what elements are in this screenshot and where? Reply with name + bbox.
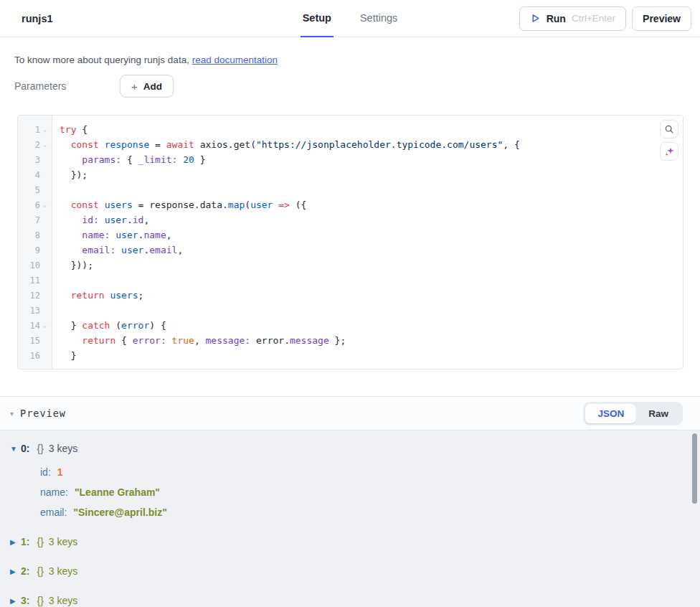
- code-token: response.data.: [149, 199, 228, 210]
- fold-chevron-icon[interactable]: ⌄: [40, 202, 49, 208]
- preview-section-label: Preview: [20, 408, 66, 419]
- expand-node-icon[interactable]: ▶: [10, 538, 21, 546]
- code-token: true: [172, 335, 194, 346]
- toggle-json[interactable]: JSON: [585, 404, 636, 423]
- code-token: [60, 199, 71, 210]
- code-token: ({: [290, 199, 306, 210]
- line-number-text: 6: [23, 200, 40, 210]
- expand-node-icon[interactable]: ▶: [10, 568, 21, 575]
- preview-button[interactable]: Preview: [632, 6, 691, 31]
- code-line[interactable]: });: [60, 167, 683, 182]
- code-token: await: [166, 139, 194, 150]
- editor-code[interactable]: try { const response = await axios.get("…: [52, 116, 683, 369]
- code-line[interactable]: email: user.email,: [60, 243, 683, 258]
- code-token: return: [71, 290, 105, 301]
- code-token: 20: [183, 154, 194, 165]
- line-number[interactable]: 14⌄: [18, 318, 52, 333]
- code-line[interactable]: const response = await axios.get("https:…: [60, 137, 683, 152]
- code-line[interactable]: }: [60, 348, 683, 363]
- code-line[interactable]: return { error: true, message: error.mes…: [60, 333, 683, 348]
- code-line[interactable]: [60, 182, 683, 197]
- code-line[interactable]: [60, 303, 683, 318]
- line-number[interactable]: 2⌄: [18, 137, 52, 152]
- code-token: {: [76, 124, 88, 135]
- collapse-arrow-icon[interactable]: ▾: [10, 410, 14, 418]
- code-token: response: [105, 139, 150, 150]
- line-number: 3: [18, 152, 52, 167]
- tree-key-count: 3 keys: [49, 536, 77, 547]
- code-token: const: [71, 139, 99, 150]
- scrollbar-thumb[interactable]: [692, 433, 697, 504]
- code-token: [60, 154, 82, 165]
- tree-index: 1:: [21, 536, 29, 547]
- code-token: [60, 245, 82, 255]
- line-number-text: 16: [23, 351, 40, 361]
- tab-settings[interactable]: Settings: [358, 0, 399, 37]
- search-button[interactable]: [660, 120, 678, 138]
- toggle-raw[interactable]: Raw: [636, 404, 681, 423]
- ai-assist-button[interactable]: [660, 142, 678, 161]
- code-token: [99, 139, 105, 150]
- code-line[interactable]: name: user.name,: [60, 227, 683, 243]
- code-line[interactable]: }));: [60, 258, 683, 273]
- line-number-text: 15: [23, 336, 40, 346]
- line-number-text: 9: [23, 245, 40, 255]
- line-number: 11: [18, 273, 52, 288]
- collapse-node-icon[interactable]: ▼: [10, 445, 21, 453]
- line-number-text: 8: [23, 230, 40, 240]
- add-parameter-button[interactable]: + Add: [120, 75, 174, 98]
- code-line[interactable]: try {: [60, 122, 683, 137]
- run-shortcut: Ctrl+Enter: [572, 13, 615, 24]
- code-token: catch: [82, 320, 110, 331]
- code-line[interactable]: const users = response.data.map(user => …: [60, 197, 683, 212]
- code-line[interactable]: params: { _limit: 20 }: [60, 152, 683, 167]
- line-number: 16: [18, 348, 52, 363]
- tree-row[interactable]: ▶1:{}3 keys: [10, 532, 700, 552]
- code-token: [99, 215, 105, 225]
- tree-entry: id:1: [10, 462, 700, 482]
- code-line[interactable]: } catch (error) {: [60, 318, 683, 333]
- code-token: email:: [82, 245, 115, 255]
- tree-row[interactable]: ▶2:{}3 keys: [10, 561, 700, 581]
- tab-setup[interactable]: Setup: [301, 0, 334, 37]
- code-line[interactable]: [60, 273, 683, 288]
- tree-index: 2:: [21, 565, 29, 577]
- code-token: id:: [82, 215, 98, 225]
- tree-braces: {}: [37, 595, 43, 606]
- line-number: 5: [18, 182, 52, 197]
- line-number[interactable]: 6⌄: [18, 197, 52, 212]
- code-token: ,: [166, 230, 172, 240]
- fold-chevron-icon[interactable]: ⌄: [40, 141, 49, 148]
- code-token: }));: [60, 260, 93, 270]
- setup-panel: To know more about querying runjs data, …: [0, 37, 700, 370]
- fold-chevron-icon[interactable]: ⌄: [40, 126, 49, 133]
- run-button[interactable]: Run Ctrl+Enter: [519, 6, 626, 31]
- ai-sparkle-icon: [664, 146, 675, 157]
- line-number-text: 7: [23, 215, 40, 225]
- code-token: ) {: [149, 320, 166, 331]
- add-label: Add: [143, 81, 162, 92]
- code-token: .: [284, 335, 290, 346]
- code-token: {: [121, 154, 138, 165]
- line-number: 15: [18, 333, 52, 348]
- fold-chevron-icon[interactable]: ⌄: [40, 322, 49, 329]
- read-documentation-link[interactable]: read documentation: [192, 55, 278, 65]
- tree-value: "Leanne Graham": [75, 486, 160, 498]
- code-line[interactable]: id: user.id,: [60, 212, 683, 227]
- search-icon: [664, 124, 674, 134]
- line-number[interactable]: 1⌄: [18, 122, 52, 137]
- code-line[interactable]: return users;: [60, 288, 683, 303]
- expand-node-icon[interactable]: ▶: [10, 597, 21, 605]
- code-token: name: [143, 230, 166, 240]
- tree-row[interactable]: ▼0:{}3 keys: [10, 439, 700, 458]
- line-number: 13: [18, 303, 52, 318]
- code-token: email: [149, 245, 177, 255]
- line-number-text: 5: [23, 185, 40, 195]
- tree-braces: {}: [37, 536, 43, 547]
- tree-key: name:: [40, 486, 68, 498]
- tree-row[interactable]: ▶3:{}3 keys: [10, 590, 700, 607]
- code-token: error: [121, 320, 149, 331]
- line-number-text: 12: [23, 291, 40, 301]
- tree-key: email:: [40, 507, 67, 518]
- code-editor[interactable]: 1⌄2⌄3456⌄7891011121314⌄1516 try { const …: [17, 115, 684, 370]
